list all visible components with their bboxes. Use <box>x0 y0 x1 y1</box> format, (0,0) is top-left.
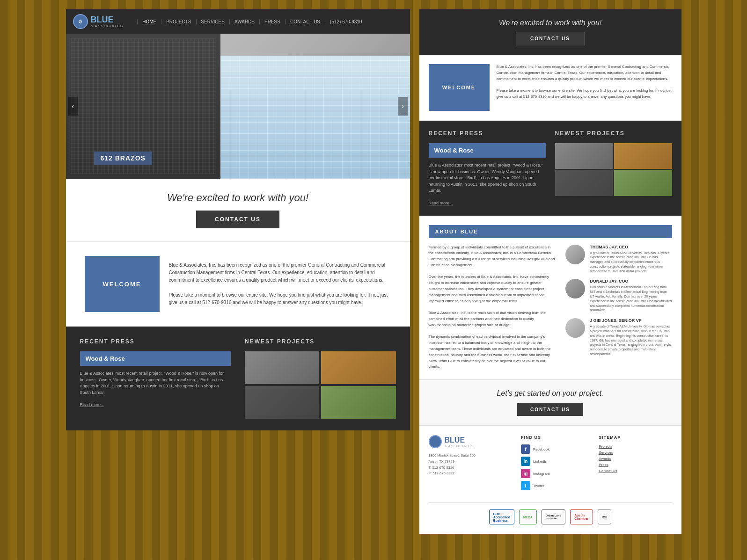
about-body-3: Blue & Associates, Inc. is the realizati… <box>429 310 557 328</box>
partner-uli: Urban LandInstitute <box>542 509 565 524</box>
nav-awards[interactable]: AWARDS <box>230 19 260 24</box>
cta-section: We're excited to work with you! CONTACT … <box>66 179 410 242</box>
cta-button[interactable]: CONTACT US <box>196 211 279 228</box>
team-member-vp: J GIB JONES, SENIOR VP A graduate of Tex… <box>565 318 672 356</box>
footer-addr2: Austin TX 78729 <box>429 459 517 465</box>
team-info-coo: DONALD JAY, COO Don holds a Masters in M… <box>590 279 672 313</box>
footer-phone: T: 512-670-9310 <box>429 465 517 471</box>
avatar-ceo <box>565 245 585 264</box>
read-more-right[interactable]: Read more... <box>429 201 453 205</box>
about-body-4: The dynamic combination of each individu… <box>429 334 557 370</box>
cta-bottom-right: Let's get started on your project. CONTA… <box>419 379 681 425</box>
footer-fax: F: 512-670-9992 <box>429 471 517 477</box>
top-cta-button[interactable]: CONTACT US <box>516 32 585 45</box>
partner-chamber: AustinChamber <box>570 509 593 524</box>
logo-icon: ⚙ <box>73 14 88 29</box>
facebook-label[interactable]: Facebook <box>533 447 549 451</box>
welcome-text: Blue & Associates, Inc. has been recogni… <box>169 262 391 306</box>
next-slide-button[interactable]: › <box>398 97 408 116</box>
project-thumb-r1[interactable] <box>555 143 613 169</box>
team-name-coo: DONALD JAY, COO <box>590 279 672 284</box>
sitemap-projects[interactable]: Projects <box>599 444 672 449</box>
projects-col-right: NEWEST PROJECTS <box>555 130 672 206</box>
nav-press[interactable]: PRESS <box>260 19 286 24</box>
team-bio-ceo: A graduate of Texas A&M University, Tom … <box>590 251 672 274</box>
sitemap-services[interactable]: Services <box>599 451 672 455</box>
welcome-box: WELCOME <box>85 256 160 312</box>
welcome-text-right: Blue & Associates, Inc. has been recogni… <box>497 64 672 111</box>
project-grid-right <box>555 143 672 196</box>
sitemap-title: SITEMAP <box>599 435 672 440</box>
partner-logos: BBBAccreditedBusiness NECA Urban LandIns… <box>429 502 672 524</box>
project-thumb-3[interactable] <box>245 386 319 419</box>
right-panel: We're excited to work with you! CONTACT … <box>419 9 681 534</box>
project-thumb-r2[interactable] <box>614 143 672 169</box>
team-bio-vp: A graduate of Texas A&M University, Gib … <box>590 324 672 356</box>
footer-logo: BLUE & ASSOCIATES <box>429 435 517 448</box>
top-cta: We're excited to work with you! CONTACT … <box>419 9 681 55</box>
press-body-right: Blue & Associates' most recent retail pr… <box>429 162 546 194</box>
linkedin-label[interactable]: LinkedIn <box>533 459 547 464</box>
project-grid <box>245 351 396 419</box>
nav-contact[interactable]: CONTACT US <box>286 19 325 24</box>
project-thumb-2[interactable] <box>321 351 395 384</box>
about-layout: Formed by a group of individuals committ… <box>429 245 672 371</box>
project-thumb-r3[interactable] <box>555 170 613 196</box>
twitter-icon[interactable]: t <box>521 481 530 490</box>
cta-title: We're excited to work with you! <box>75 192 401 204</box>
nav-services[interactable]: SERVICES <box>197 19 230 24</box>
facebook-icon[interactable]: f <box>521 444 530 454</box>
footer-logo-icon <box>429 435 442 448</box>
welcome-right-body-2: Please take a moment to browse our entir… <box>497 88 672 100</box>
project-thumb-1[interactable] <box>245 351 319 384</box>
projects-column: NEWEST PROJECTS <box>245 338 396 419</box>
hero-image: 612 BRAZOS ‹ › <box>66 34 410 179</box>
logo-brand-subtitle: & ASSOCIATES <box>91 24 124 28</box>
dark-section: RECENT PRESS Wood & Rose Blue & Associat… <box>66 327 410 430</box>
linkedin-icon[interactable]: in <box>521 457 530 466</box>
welcome-right-body-1: Blue & Associates, Inc. has been recogni… <box>497 64 672 82</box>
cta-bottom-button[interactable]: CONTACT US <box>517 403 583 416</box>
press-column: RECENT PRESS Wood & Rose Blue & Associat… <box>80 338 231 419</box>
sitemap-press[interactable]: Press <box>599 463 672 467</box>
project-thumb-r4[interactable] <box>614 170 672 196</box>
newest-projects-title: NEWEST PROJECTS <box>245 338 396 345</box>
recent-press-title-right: RECENT PRESS <box>429 130 546 137</box>
read-more-link[interactable]: Read more... <box>80 402 104 407</box>
project-thumb-4[interactable] <box>321 386 395 419</box>
welcome-body-1: Blue & Associates, Inc. has been recogni… <box>169 262 391 284</box>
press-item-right[interactable]: Wood & Rose <box>429 143 546 158</box>
footer-logo-col: BLUE & ASSOCIATES 1800 Minrick Street, S… <box>429 435 517 493</box>
welcome-body-2: Please take a moment to browse our entir… <box>169 291 391 306</box>
sitemap-awards[interactable]: Awards <box>599 457 672 461</box>
press-col-right: RECENT PRESS Wood & Rose Blue & Associat… <box>429 130 546 206</box>
team-name-ceo: THOMAS JAY, CEO <box>590 245 672 249</box>
logo[interactable]: ⚙ BLUE & ASSOCIATES <box>73 14 124 29</box>
welcome-section: WELCOME Blue & Associates, Inc. has been… <box>66 242 410 327</box>
footer-find-col: FIND US f Facebook in LinkedIn ig Instag… <box>521 435 594 493</box>
footer-columns: BLUE & ASSOCIATES 1800 Minrick Street, S… <box>429 435 672 493</box>
twitter-label[interactable]: Twitter <box>533 484 544 488</box>
footer-logo-text: BLUE & ASSOCIATES <box>445 436 474 448</box>
nav-phone: (512) 670-9310 <box>330 19 362 24</box>
partner-bbb: BBBAccreditedBusiness <box>489 509 514 524</box>
newest-projects-title-right: NEWEST PROJECTS <box>555 130 672 137</box>
footer-addr1: 1800 Minrick Street, Suite 200 <box>429 453 517 459</box>
top-cta-title: We're excited to work with you! <box>429 19 672 27</box>
footer-brand-name: BLUE <box>445 436 474 444</box>
instagram-icon[interactable]: ig <box>521 469 530 478</box>
nav-projects[interactable]: PROJECTS <box>161 19 196 24</box>
nav-home[interactable]: HOME <box>137 19 161 24</box>
hero-label: 612 BRAZOS <box>94 152 152 165</box>
team-name-vp: J GIB JONES, SENIOR VP <box>590 318 672 323</box>
welcome-box-right: WELCOME <box>429 64 490 111</box>
press-item-title[interactable]: Wood & Rose <box>80 351 231 366</box>
recent-press-title: RECENT PRESS <box>80 338 231 345</box>
about-text: Formed by a group of individuals committ… <box>429 245 557 371</box>
prev-slide-button[interactable]: ‹ <box>68 97 78 116</box>
nav-links: HOME PROJECTS SERVICES AWARDS PRESS CONT… <box>137 19 325 24</box>
sitemap-contact[interactable]: Contact Us <box>599 469 672 473</box>
social-linkedin: in LinkedIn <box>521 457 594 466</box>
instagram-label[interactable]: Instagram <box>533 472 550 476</box>
partner-rsi: RSI <box>598 509 612 524</box>
